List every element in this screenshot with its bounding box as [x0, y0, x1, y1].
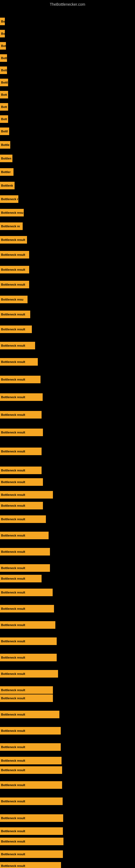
bar-label-27: Bottleneck result [1, 378, 25, 381]
bar-47: Bottleneck result [0, 686, 53, 694]
bar-21: Bottleneck result [0, 281, 29, 288]
bar-row-6: Bottl [0, 79, 8, 86]
bar-label-20: Bottleneck result [1, 268, 25, 271]
bar-row-60: Bottleneck result [0, 862, 61, 868]
bar-row-18: Bottleneck result [0, 236, 27, 244]
bar-label-43: Bottleneck result [1, 623, 25, 627]
bar-label-37: Bottleneck result [1, 534, 25, 537]
bar-label-21: Bottleneck result [1, 283, 25, 286]
bar-label-59: Bottleneck result [1, 852, 25, 856]
bar-label-16: Bottleneck resu [1, 211, 24, 214]
bar-row-3: Bot [0, 42, 6, 50]
bar-row-35: Bottleneck result [0, 502, 43, 509]
bar-label-12: Bottlen [1, 157, 11, 160]
bar-42: Bottleneck result [0, 605, 54, 613]
bar-label-24: Bottleneck result [1, 328, 25, 331]
bar-row-45: Bottleneck result [0, 654, 57, 661]
bar-label-22: Bottleneck resu [1, 298, 24, 301]
bar-label-17: Bottleneck re [1, 225, 20, 228]
bar-label-58: Bottleneck result [1, 840, 25, 843]
bar-label-10: Bottl [1, 130, 8, 133]
bar-row-19: Bottleneck result [0, 251, 29, 258]
bar-34: Bottleneck result [0, 491, 53, 499]
bar-row-37: Bottleneck result [0, 532, 49, 539]
bar-row-44: Bottleneck result [0, 638, 57, 645]
bar-37: Bottleneck result [0, 532, 49, 539]
bar-row-38: Bottleneck result [0, 548, 50, 556]
bar-row-29: Bottleneck result [0, 411, 42, 418]
bar-label-53: Bottleneck result [1, 769, 25, 772]
bar-label-6: Bottl [1, 81, 8, 84]
bar-6: Bottl [0, 79, 8, 86]
bar-label-31: Bottleneck result [1, 450, 25, 453]
bar-row-50: Bottleneck result [0, 727, 61, 735]
bar-32: Bottleneck result [0, 467, 42, 474]
bar-label-26: Bottleneck result [1, 360, 25, 364]
bar-row-9: Bott [0, 115, 8, 123]
bar-label-46: Bottleneck result [1, 672, 25, 675]
bar-14: Bottlenk [0, 182, 14, 189]
bar-row-27: Bottleneck result [0, 376, 41, 383]
bar-row-53: Bottleneck result [0, 766, 62, 774]
bar-58: Bottleneck result [0, 838, 63, 845]
bar-row-8: Bott [0, 103, 8, 111]
bar-label-28: Bottleneck result [1, 396, 25, 399]
bar-row-47: Bottleneck result [0, 686, 53, 694]
bar-row-28: Bottleneck result [0, 393, 43, 401]
bar-45: Bottleneck result [0, 654, 57, 661]
bar-label-41: Bottleneck result [1, 591, 25, 594]
bar-17: Bottleneck re [0, 222, 23, 230]
bar-row-34: Bottleneck result [0, 491, 53, 499]
bar-label-48: Bottleneck result [1, 696, 25, 700]
bar-5: Bott [0, 66, 7, 74]
bar-23: Bottleneck result [0, 311, 30, 318]
bar-29: Bottleneck result [0, 411, 42, 418]
bar-18: Bottleneck result [0, 236, 27, 244]
bar-label-55: Bottleneck result [1, 800, 25, 803]
bar-row-5: Bott [0, 66, 7, 74]
bar-label-38: Bottleneck result [1, 550, 25, 553]
bar-48: Bottleneck result [0, 694, 53, 702]
bar-15: Bottleneck r [0, 195, 18, 203]
bar-53: Bottleneck result [0, 766, 62, 774]
bar-52: Bottleneck result [0, 757, 61, 764]
bar-label-36: Bottleneck result [1, 518, 25, 521]
bar-row-59: Bottleneck result [0, 850, 63, 858]
bar-label-54: Bottleneck result [1, 783, 25, 786]
bar-24: Bottleneck result [0, 326, 32, 333]
bar-20: Bottleneck result [0, 266, 29, 273]
bar-label-39: Bottleneck result [1, 566, 25, 569]
bar-label-9: Bott [1, 118, 7, 121]
bar-3: Bot [0, 42, 6, 50]
bar-12: Bottlen [0, 155, 12, 162]
bar-9: Bott [0, 115, 8, 123]
bar-10: Bottl [0, 127, 9, 135]
bar-row-7: Bott [0, 91, 8, 98]
bar-30: Bottleneck result [0, 429, 43, 436]
bar-row-31: Bottleneck result [0, 447, 42, 455]
bar-label-1: Bo [1, 20, 5, 23]
bar-row-55: Bottleneck result [0, 798, 63, 805]
bar-50: Bottleneck result [0, 727, 61, 735]
bar-label-25: Bottleneck result [1, 344, 25, 347]
bar-row-56: Bottleneck result [0, 814, 63, 822]
bar-row-32: Bottleneck result [0, 467, 42, 474]
bar-row-11: Bottle [0, 141, 10, 149]
bar-54: Bottleneck result [0, 781, 62, 789]
bar-row-39: Bottleneck result [0, 564, 50, 572]
bar-label-8: Bott [1, 105, 7, 108]
bar-row-30: Bottleneck result [0, 429, 43, 436]
bar-36: Bottleneck result [0, 516, 46, 523]
bar-label-23: Bottleneck result [1, 313, 25, 316]
bar-row-15: Bottleneck r [0, 195, 18, 203]
bar-label-35: Bottleneck result [1, 504, 25, 507]
bar-row-58: Bottleneck result [0, 838, 63, 845]
bar-59: Bottleneck result [0, 850, 63, 858]
bar-row-40: Bottleneck result [0, 575, 42, 582]
bar-label-40: Bottleneck result [1, 577, 25, 580]
bar-label-14: Bottlenk [1, 184, 13, 187]
bar-11: Bottle [0, 141, 10, 149]
bar-38: Bottleneck result [0, 548, 50, 556]
bar-row-54: Bottleneck result [0, 781, 62, 789]
bar-8: Bott [0, 103, 8, 111]
